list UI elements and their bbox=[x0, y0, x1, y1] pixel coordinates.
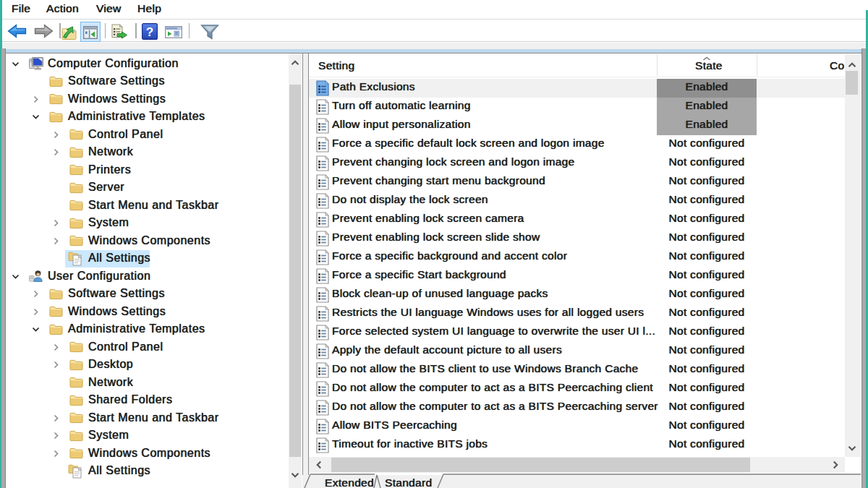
svg-text:?: ? bbox=[146, 25, 153, 39]
